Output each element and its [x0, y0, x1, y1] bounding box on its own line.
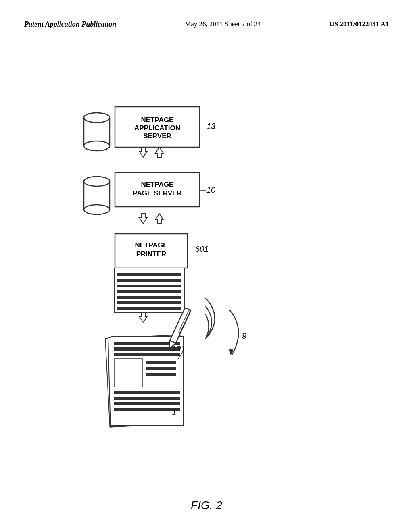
svg-text:9: 9: [242, 331, 246, 340]
svg-rect-49: [114, 397, 180, 400]
svg-text:APPLICATION: APPLICATION: [134, 124, 180, 132]
svg-text:NETPAGE: NETPAGE: [141, 116, 174, 124]
svg-marker-11: [139, 147, 147, 157]
svg-text:601: 601: [195, 245, 209, 254]
svg-text:NETPAGE: NETPAGE: [135, 241, 168, 249]
header-publication-label: Patent Application Publication: [24, 20, 116, 29]
header-date-sheet: May 26, 2011 Sheet 2 of 24: [185, 20, 261, 28]
svg-rect-47: [146, 373, 176, 376]
svg-marker-37: [139, 312, 147, 322]
svg-point-17: [84, 205, 110, 214]
svg-rect-45: [146, 361, 176, 364]
svg-rect-31: [117, 279, 181, 282]
svg-rect-30: [117, 273, 181, 276]
svg-text:13: 13: [206, 122, 215, 131]
svg-point-4: [84, 141, 110, 151]
svg-point-5: [84, 113, 110, 123]
svg-rect-43: [114, 353, 180, 356]
figure-label: FIG. 2: [191, 499, 222, 512]
svg-marker-23: [139, 214, 147, 224]
svg-rect-46: [146, 367, 176, 370]
diagram-svg: NETPAGE APPLICATION SERVER 13 NETPAGE PA…: [0, 48, 413, 516]
svg-marker-12: [155, 147, 163, 157]
svg-rect-44: [114, 359, 142, 387]
svg-marker-24: [155, 214, 163, 224]
header: Patent Application Publication May 26, 2…: [0, 20, 413, 29]
page: Patent Application Publication May 26, 2…: [0, 0, 413, 532]
svg-rect-36: [117, 307, 181, 310]
svg-text:PRINTER: PRINTER: [136, 250, 167, 258]
svg-rect-32: [117, 285, 181, 287]
svg-rect-50: [114, 402, 180, 405]
svg-rect-51: [114, 408, 180, 411]
header-patent-number: US 2011/0122431 A1: [330, 20, 389, 28]
svg-text:SERVER: SERVER: [143, 132, 171, 140]
svg-rect-35: [117, 301, 181, 304]
svg-text:1: 1: [172, 408, 176, 417]
svg-point-18: [84, 177, 110, 186]
svg-text:10: 10: [206, 185, 215, 194]
svg-text:PAGE SERVER: PAGE SERVER: [133, 189, 181, 197]
svg-rect-34: [117, 296, 181, 299]
svg-rect-48: [114, 391, 180, 394]
svg-text:NETPAGE: NETPAGE: [141, 181, 174, 188]
svg-rect-33: [117, 290, 181, 293]
